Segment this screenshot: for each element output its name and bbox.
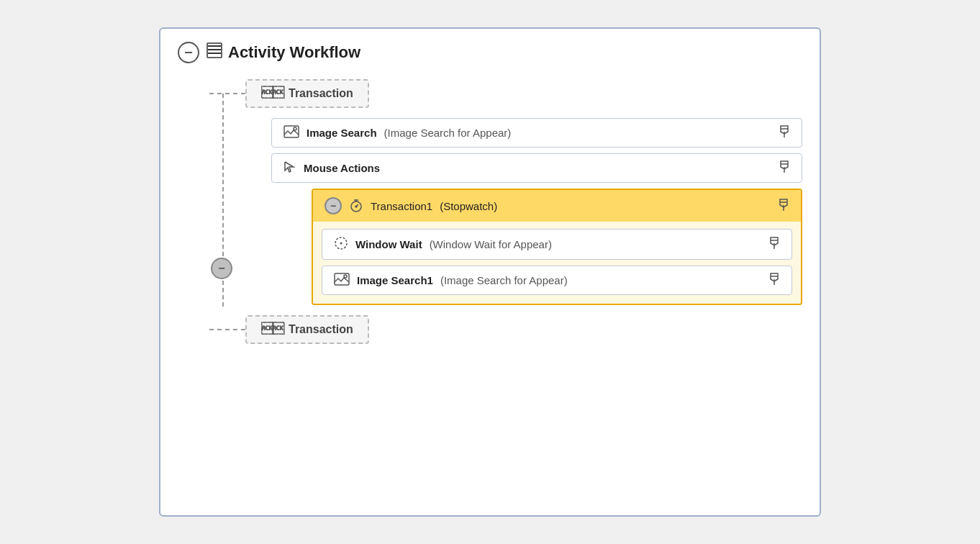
collapse-button[interactable] bbox=[178, 42, 199, 63]
image-search-sublabel: (Image Search for Appear) bbox=[384, 127, 512, 139]
workflow-container: Activity Workflow −  Transaction bbox=[159, 27, 821, 517]
image-search-pin-icon bbox=[779, 125, 790, 140]
mouse-actions-icon bbox=[283, 160, 296, 176]
transaction-top-row:  Transaction bbox=[199, 79, 802, 108]
image-search1-label: Image Search1 bbox=[357, 274, 433, 286]
svg-point-20 bbox=[340, 242, 342, 245]
transaction-top-icon:  bbox=[261, 86, 283, 101]
image-search1-node[interactable]: Image Search1 (Image Search for Appear) bbox=[322, 266, 792, 295]
transaction1-pin-icon bbox=[778, 199, 789, 214]
transaction-bottom-icon:  bbox=[261, 322, 283, 337]
transaction-bottom-label: Transaction bbox=[289, 323, 353, 336]
image-search-node[interactable]: Image Search (Image Search for Appear) bbox=[271, 118, 802, 148]
mouse-actions-pin-icon bbox=[779, 160, 790, 176]
image-search1-icon bbox=[334, 273, 350, 288]
svg-point-24 bbox=[344, 275, 347, 278]
stopwatch-icon bbox=[349, 198, 363, 214]
image-search1-pin-icon bbox=[768, 273, 780, 288]
svg-point-16 bbox=[355, 206, 357, 207]
transaction1-body: Window Wait (Window Wait for Appear) bbox=[313, 222, 801, 304]
window-wait-label: Window Wait bbox=[355, 238, 422, 250]
transaction-top-node[interactable]:  Transaction bbox=[245, 79, 369, 108]
tree-items:  Transaction Image Search bbox=[178, 79, 802, 350]
page-title: Activity Workflow bbox=[207, 42, 360, 63]
window-wait-sublabel: (Window Wait for Appear) bbox=[430, 238, 552, 250]
transaction-top-label: Transaction bbox=[289, 87, 353, 100]
children-container: Image Search (Image Search for Appear) bbox=[271, 118, 802, 305]
image-search1-sublabel: (Image Search for Appear) bbox=[440, 274, 568, 286]
image-search-icon bbox=[283, 125, 299, 140]
tree-collapse-main[interactable]: − bbox=[211, 258, 232, 279]
mouse-actions-label: Mouse Actions bbox=[304, 162, 380, 174]
image-search-label: Image Search bbox=[307, 127, 377, 139]
transaction1-label: Transaction1 bbox=[371, 200, 432, 212]
window-wait-pin-icon bbox=[768, 237, 780, 252]
svg-point-7 bbox=[294, 127, 296, 130]
mouse-actions-node[interactable]: Mouse Actions bbox=[271, 153, 802, 183]
workflow-header: Activity Workflow bbox=[178, 42, 802, 63]
workflow-list-icon bbox=[207, 42, 222, 63]
transaction1-group: − Transaction1 (Stopwa bbox=[312, 189, 802, 305]
transaction1-collapse[interactable]: − bbox=[325, 197, 342, 214]
transaction1-header[interactable]: − Transaction1 (Stopwa bbox=[313, 190, 801, 222]
transaction-bottom-node[interactable]:  Transaction bbox=[245, 315, 369, 344]
workflow-tree: −  Transaction bbox=[178, 79, 802, 350]
title-text: Activity Workflow bbox=[228, 43, 360, 62]
window-wait-icon bbox=[334, 236, 348, 253]
transaction-bottom-row:  Transaction bbox=[199, 315, 802, 344]
window-wait-node[interactable]: Window Wait (Window Wait for Appear) bbox=[322, 229, 792, 260]
transaction1-sublabel: (Stopwatch) bbox=[440, 200, 497, 212]
